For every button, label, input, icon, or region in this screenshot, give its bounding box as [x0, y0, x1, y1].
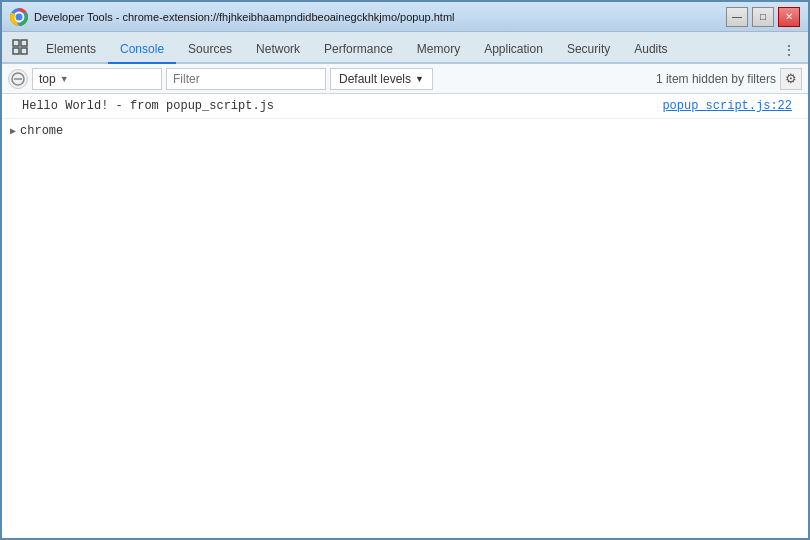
tab-security[interactable]: Security — [555, 36, 622, 64]
tab-memory[interactable]: Memory — [405, 36, 472, 64]
context-select-arrow: ▼ — [60, 74, 69, 84]
tab-performance[interactable]: Performance — [312, 36, 405, 64]
expand-arrow-icon: ▶ — [10, 124, 16, 139]
maximize-button[interactable]: □ — [752, 7, 774, 27]
source-link[interactable]: popup_script.js:22 — [662, 97, 800, 115]
filter-input[interactable] — [166, 68, 326, 90]
tab-icon-area — [6, 32, 34, 62]
gear-icon: ⚙ — [785, 71, 797, 86]
close-button[interactable]: ✕ — [778, 7, 800, 27]
chrome-object: chrome — [20, 122, 63, 140]
console-settings-button[interactable]: ⚙ — [780, 68, 802, 90]
minimize-button[interactable]: — — [726, 7, 748, 27]
tab-sources[interactable]: Sources — [176, 36, 244, 64]
console-toolbar: top ▼ Default levels ▼ 1 item hidden by … — [2, 64, 808, 94]
tab-audits[interactable]: Audits — [622, 36, 679, 64]
window-controls: — □ ✕ — [726, 7, 800, 27]
svg-rect-5 — [13, 48, 19, 54]
tab-application[interactable]: Application — [472, 36, 555, 64]
tab-console[interactable]: Console — [108, 36, 176, 64]
tab-network[interactable]: Network — [244, 36, 312, 64]
tab-more-button[interactable]: ⋮ — [774, 38, 804, 62]
devtools-window: Developer Tools - chrome-extension://fhj… — [0, 0, 810, 540]
console-output: Hello World! - from popup_script.js popu… — [2, 94, 808, 538]
clear-console-button[interactable] — [8, 69, 28, 89]
svg-point-2 — [16, 13, 23, 20]
svg-rect-6 — [21, 48, 27, 54]
tab-elements[interactable]: Elements — [34, 36, 108, 64]
chrome-icon — [10, 8, 28, 26]
context-selector[interactable]: top ▼ — [32, 68, 162, 90]
level-arrow: ▼ — [415, 74, 424, 84]
stop-icon — [11, 72, 25, 86]
console-expandable-entry[interactable]: ▶ chrome — [2, 119, 808, 143]
console-log-entry: Hello World! - from popup_script.js popu… — [2, 94, 808, 119]
filter-status: 1 item hidden by filters — [656, 72, 776, 86]
inspect-icon[interactable] — [12, 39, 28, 55]
window-title: Developer Tools - chrome-extension://fhj… — [34, 11, 726, 23]
tabbar: Elements Console Sources Network Perform… — [2, 32, 808, 64]
svg-rect-4 — [21, 40, 27, 46]
svg-rect-3 — [13, 40, 19, 46]
level-selector[interactable]: Default levels ▼ — [330, 68, 433, 90]
titlebar: Developer Tools - chrome-extension://fhj… — [2, 2, 808, 32]
